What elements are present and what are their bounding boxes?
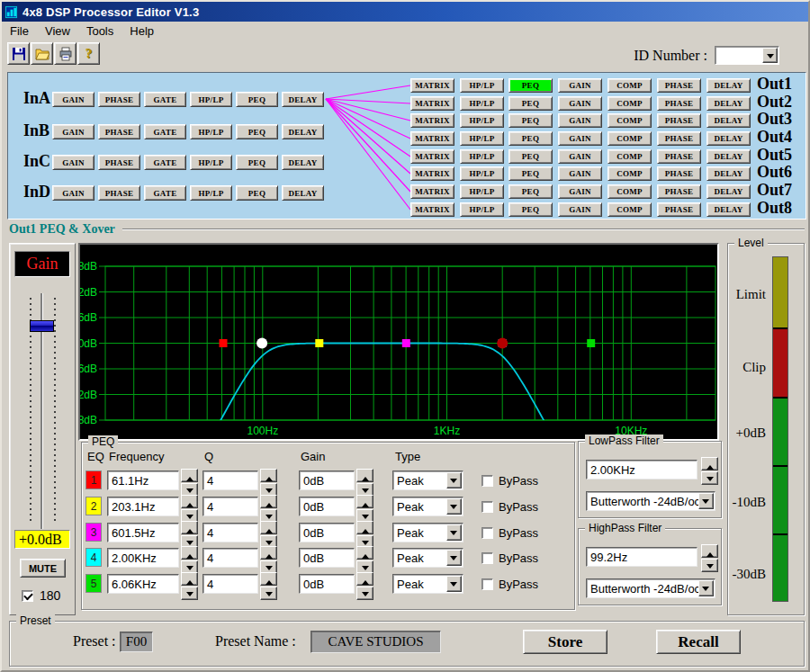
band-1-q-field[interactable]: 4 [202,470,258,490]
ind-hplp-button[interactable]: HP/LP [190,185,232,201]
phase-180-checkbox[interactable] [22,590,33,602]
band-2-q-field[interactable]: 4 [202,497,258,516]
spin-down-icon[interactable] [260,587,277,600]
band-5-frequency-spinner[interactable] [181,572,198,600]
id-number-combobox[interactable] [715,46,779,65]
ina-gate-button[interactable]: GATE [144,92,186,107]
out4-hplp-button[interactable]: HP/LP [460,131,504,146]
spin-up-icon[interactable] [356,521,374,534]
eq-band-marker[interactable] [587,339,595,347]
out2-gain-button[interactable]: GAIN [558,96,602,111]
out7-peq-button[interactable]: PEQ [508,184,553,199]
out5-gain-button[interactable]: GAIN [558,149,602,164]
band-5-gain-spinner[interactable] [356,572,374,600]
out3-phase-button[interactable]: PHASE [657,113,701,128]
inc-peq-button[interactable]: PEQ [236,155,278,170]
band-1-gain-field[interactable]: 0dB [299,470,355,490]
spin-up-icon[interactable] [356,572,374,586]
out6-comp-button[interactable]: COMP [608,166,652,181]
out2-matrix-button[interactable]: MATRIX [410,96,454,111]
band-1-gain-spinner[interactable] [356,469,374,497]
out3-comp-button[interactable]: COMP [608,113,652,128]
band-1-frequency-field[interactable]: 61.1Hz [107,470,179,490]
inc-gate-button[interactable]: GATE [144,155,186,170]
inb-gate-button[interactable]: GATE [144,124,186,139]
out2-delay-button[interactable]: DELAY [706,96,751,111]
out7-phase-button[interactable]: PHASE [657,184,701,199]
out2-hplp-button[interactable]: HP/LP [460,96,504,111]
store-button[interactable]: Store [523,630,608,654]
chevron-down-icon[interactable] [446,550,462,566]
band-1-bypass-checkbox[interactable] [482,475,493,487]
out5-delay-button[interactable]: DELAY [706,149,751,164]
out6-delay-button[interactable]: DELAY [706,166,751,181]
out6-hplp-button[interactable]: HP/LP [460,166,504,181]
band-5-frequency-field[interactable]: 6.06KHz [107,574,179,594]
menu-item-file[interactable]: File [2,22,37,40]
band-4-bypass-checkbox[interactable] [482,552,493,564]
band-2-frequency-field[interactable]: 203.1Hz [107,497,179,516]
spin-up-icon[interactable] [260,521,277,534]
filter-marker[interactable] [256,338,267,349]
band-2-bypass-checkbox[interactable] [482,501,493,513]
band-5-type-dropdown[interactable]: Peak [392,574,464,594]
out5-phase-button[interactable]: PHASE [657,149,701,164]
lowpass-frequency-spinner[interactable] [701,457,718,485]
inb-peq-button[interactable]: PEQ [236,124,278,139]
inb-phase-button[interactable]: PHASE [98,124,140,139]
band-3-frequency-spinner[interactable] [181,521,198,549]
chevron-down-icon[interactable] [698,493,714,509]
preset-number-box[interactable]: F00 [120,632,153,652]
band-4-q-field[interactable]: 4 [202,548,258,568]
out1-comp-button[interactable]: COMP [608,78,652,93]
out4-comp-button[interactable]: COMP [608,131,652,146]
band-1-q-spinner[interactable] [260,469,277,497]
out3-peq-button[interactable]: PEQ [508,113,553,128]
spin-down-icon[interactable] [701,559,718,572]
spin-up-icon[interactable] [356,469,374,482]
highpass-frequency-spinner[interactable] [701,544,718,572]
out8-gain-button[interactable]: GAIN [558,202,602,217]
out7-gain-button[interactable]: GAIN [558,184,602,199]
out8-matrix-button[interactable]: MATRIX [410,202,454,217]
band-1-frequency-spinner[interactable] [181,469,198,497]
preset-name-box[interactable]: CAVE STUDIOS [310,631,441,653]
out7-delay-button[interactable]: DELAY [706,184,751,199]
band-4-q-spinner[interactable] [260,546,277,574]
out2-phase-button[interactable]: PHASE [657,96,701,111]
ind-delay-button[interactable]: DELAY [282,185,324,201]
out7-hplp-button[interactable]: HP/LP [460,184,504,199]
spin-down-icon[interactable] [701,471,718,485]
filter-marker[interactable] [497,338,508,349]
out1-gain-button[interactable]: GAIN [558,78,602,93]
chevron-down-icon[interactable] [446,524,462,541]
ind-gain-button[interactable]: GAIN [52,185,94,201]
inb-gain-button[interactable]: GAIN [52,124,94,139]
eq-response-graph[interactable]: 18dB12dB6dB0dB-6dB-12dB-18dB100Hz1KHz10K… [78,243,719,441]
band-5-bypass-checkbox[interactable] [482,578,493,590]
spin-up-icon[interactable] [181,546,198,560]
eq-band-marker[interactable] [315,339,323,347]
eq-band-marker[interactable] [220,339,228,347]
out4-phase-button[interactable]: PHASE [657,131,701,146]
out7-comp-button[interactable]: COMP [608,184,652,199]
out3-delay-button[interactable]: DELAY [706,113,751,128]
out4-peq-button[interactable]: PEQ [508,131,553,146]
inb-hplp-button[interactable]: HP/LP [190,124,232,139]
band-2-q-spinner[interactable] [260,495,277,523]
out4-delay-button[interactable]: DELAY [706,131,751,146]
spin-down-icon[interactable] [181,587,198,600]
band-5-q-spinner[interactable] [260,572,277,600]
band-3-type-dropdown[interactable]: Peak [392,523,464,542]
inc-delay-button[interactable]: DELAY [282,155,324,170]
chevron-down-icon[interactable] [762,48,778,63]
spin-up-icon[interactable] [260,495,277,508]
out5-comp-button[interactable]: COMP [608,149,652,164]
out6-gain-button[interactable]: GAIN [558,166,602,181]
out5-peq-button[interactable]: PEQ [508,149,553,164]
spin-up-icon[interactable] [260,546,277,560]
spin-up-icon[interactable] [701,457,718,470]
menu-item-tools[interactable]: Tools [78,22,122,40]
out6-matrix-button[interactable]: MATRIX [410,166,454,181]
band-3-gain-spinner[interactable] [356,521,374,549]
